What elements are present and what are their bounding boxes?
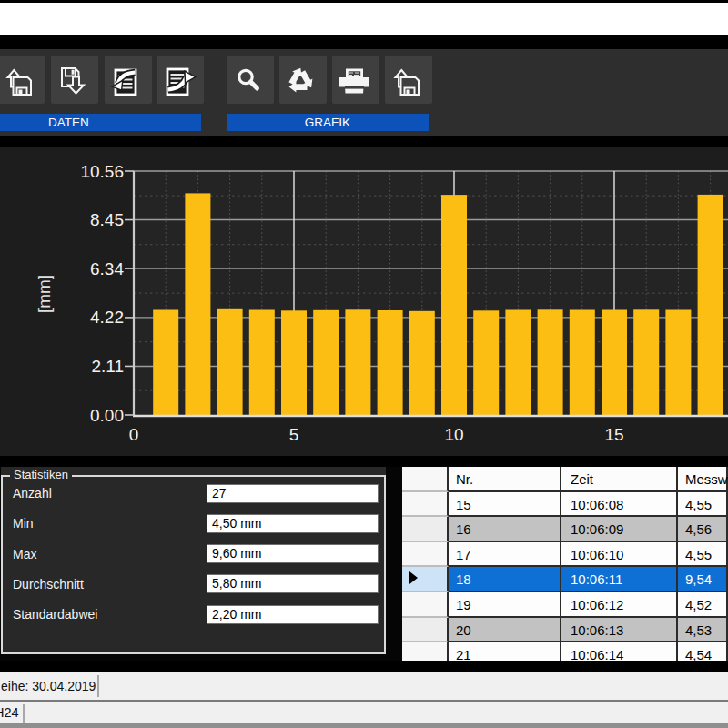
svg-text:6.34: 6.34 bbox=[90, 259, 124, 278]
svg-text:10: 10 bbox=[444, 425, 463, 444]
svg-text:5: 5 bbox=[289, 425, 299, 444]
svg-text:10.56: 10.56 bbox=[80, 162, 124, 181]
svg-text:[mm]: [mm] bbox=[35, 275, 54, 313]
svg-text:15: 15 bbox=[604, 425, 623, 444]
svg-text:4.22: 4.22 bbox=[90, 308, 124, 327]
svg-text:0: 0 bbox=[129, 425, 139, 444]
svg-text:8.45: 8.45 bbox=[90, 210, 124, 229]
svg-text:0.00: 0.00 bbox=[90, 406, 124, 425]
svg-text:2.11: 2.11 bbox=[91, 357, 124, 376]
